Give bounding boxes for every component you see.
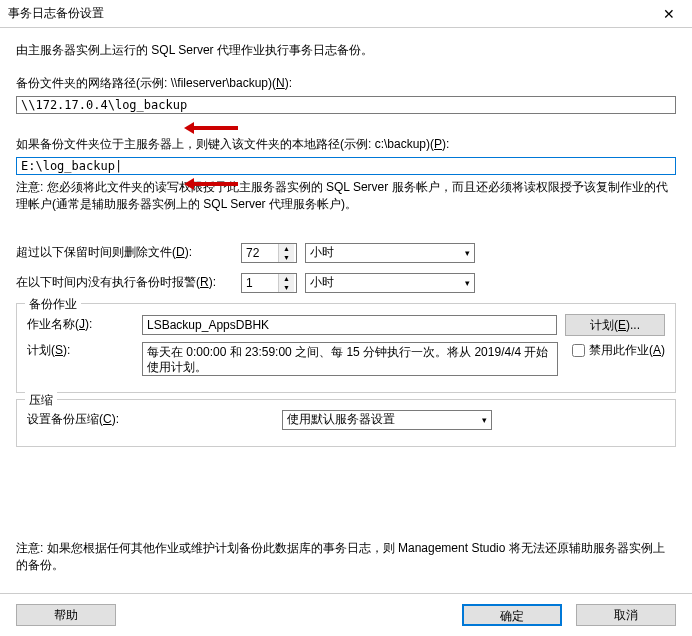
retention-unit-combo[interactable]: 小时 ▾ bbox=[305, 243, 475, 263]
chevron-down-icon[interactable]: ▼ bbox=[279, 253, 294, 262]
close-icon[interactable]: ✕ bbox=[654, 4, 684, 24]
schedule-text: 每天在 0:00:00 和 23:59:00 之间、每 15 分钟执行一次。将从… bbox=[142, 342, 558, 376]
jobname-label: 作业名称(J): bbox=[27, 316, 142, 333]
titlebar: 事务日志备份设置 ✕ bbox=[0, 0, 692, 28]
schedule-label: 计划(S): bbox=[27, 342, 142, 359]
compress-combo[interactable]: 使用默认服务器设置 ▾ bbox=[282, 410, 492, 430]
chevron-down-icon: ▾ bbox=[465, 248, 470, 258]
job-fieldset: 备份作业 作业名称(J): 计划(E)... 计划(S): 每天在 0:00:0… bbox=[16, 303, 676, 393]
retention-spinner[interactable]: ▲▼ bbox=[241, 243, 297, 263]
chevron-up-icon[interactable]: ▲ bbox=[279, 274, 294, 283]
window-title: 事务日志备份设置 bbox=[8, 5, 104, 22]
footer: 帮助 确定 取消 bbox=[0, 593, 692, 636]
compress-legend: 压缩 bbox=[25, 392, 57, 409]
content-area: 由主服务器实例上运行的 SQL Server 代理作业执行事务日志备份。 备份文… bbox=[0, 28, 692, 588]
alert-label: 在以下时间内没有执行备份时报警(R): bbox=[16, 274, 241, 291]
chevron-up-icon[interactable]: ▲ bbox=[279, 244, 294, 253]
disable-job-checkbox[interactable]: 禁用此作业(A) bbox=[572, 342, 665, 359]
ok-button[interactable]: 确定 bbox=[462, 604, 562, 626]
compress-label: 设置备份压缩(C): bbox=[27, 411, 282, 428]
alert-spinner[interactable]: ▲▼ bbox=[241, 273, 297, 293]
localpath-input[interactable] bbox=[16, 157, 676, 175]
alert-row: 在以下时间内没有执行备份时报警(R): ▲▼ 小时 ▾ bbox=[16, 273, 676, 293]
intro-text: 由主服务器实例上运行的 SQL Server 代理作业执行事务日志备份。 bbox=[16, 42, 676, 59]
job-legend: 备份作业 bbox=[25, 296, 81, 313]
schedule-button[interactable]: 计划(E)... bbox=[565, 314, 665, 336]
alert-unit-combo[interactable]: 小时 ▾ bbox=[305, 273, 475, 293]
retention-row: 超过以下保留时间则删除文件(D): ▲▼ 小时 ▾ bbox=[16, 243, 676, 263]
chevron-down-icon: ▾ bbox=[482, 415, 487, 425]
netpath-input[interactable] bbox=[16, 96, 676, 114]
cancel-button[interactable]: 取消 bbox=[576, 604, 676, 626]
chevron-down-icon: ▾ bbox=[465, 278, 470, 288]
localpath-note: 注意: 您必须将此文件夹的读写权限授予此主服务器实例的 SQL Server 服… bbox=[16, 179, 676, 213]
localpath-label: 如果备份文件夹位于主服务器上，则键入该文件夹的本地路径(示例: c:\backu… bbox=[16, 136, 676, 153]
help-button[interactable]: 帮助 bbox=[16, 604, 116, 626]
retention-label: 超过以下保留时间则删除文件(D): bbox=[16, 244, 241, 261]
chevron-down-icon[interactable]: ▼ bbox=[279, 283, 294, 292]
netpath-label: 备份文件夹的网络路径(示例: \\fileserver\backup)(N): bbox=[16, 75, 676, 92]
warning-note: 注意: 如果您根据任何其他作业或维护计划备份此数据库的事务日志，则 Manage… bbox=[16, 540, 676, 574]
jobname-input[interactable] bbox=[142, 315, 557, 335]
compress-fieldset: 压缩 设置备份压缩(C): 使用默认服务器设置 ▾ bbox=[16, 399, 676, 447]
